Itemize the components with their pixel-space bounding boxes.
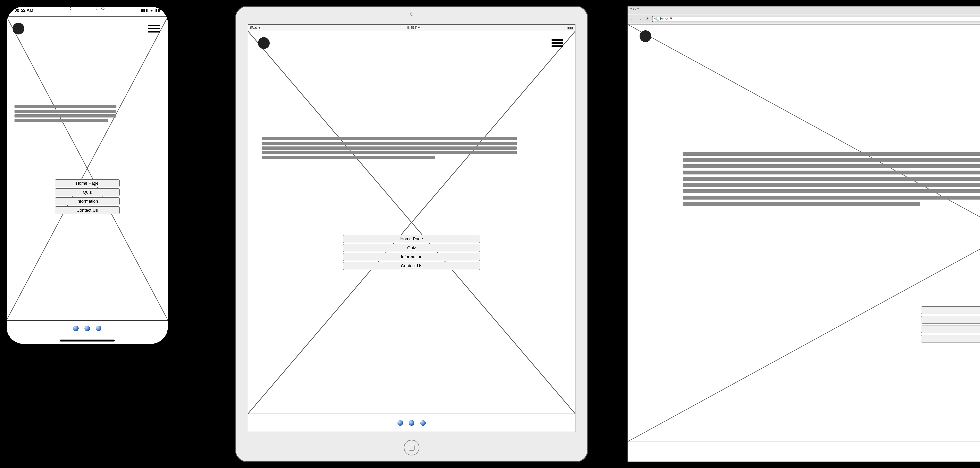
tablet-time: 5:49 PM: [407, 25, 420, 30]
svg-line-4: [628, 24, 980, 441]
hero-text-placeholder: [14, 105, 116, 122]
phone-time: 09:52 AM: [14, 8, 33, 13]
contact-us-button[interactable]: Contact Us: [343, 262, 480, 270]
back-button[interactable]: ←: [630, 16, 635, 22]
hamburger-icon: [148, 25, 160, 26]
globe-icon[interactable]: [398, 420, 403, 426]
main-buttons: Home Page Quiz Information Contact Us: [55, 179, 119, 214]
url-bar[interactable]: 🔍 https://: [652, 16, 980, 22]
quiz-button[interactable]: Quiz: [921, 316, 980, 324]
home-indicator[interactable]: [60, 339, 115, 341]
home-page-button[interactable]: Home Page: [55, 179, 119, 187]
phone-notch: [70, 7, 105, 10]
globe-icon[interactable]: [409, 420, 414, 426]
information-button[interactable]: Information: [921, 325, 980, 333]
svg-line-5: [628, 24, 980, 441]
camera-icon: [410, 13, 413, 16]
tablet-status-bar: iPad ● 5:49 PM ▮▮▮: [248, 25, 575, 31]
phone-status-icons: ▮▮▮ ● ▮▮: [140, 8, 160, 13]
menu-button[interactable]: [148, 25, 160, 33]
camera-icon: [101, 7, 105, 10]
url-text: https://: [660, 17, 672, 21]
tablet-device-frame: iPad ● 5:49 PM ▮▮▮: [235, 6, 588, 462]
search-icon: 🔍: [654, 17, 659, 21]
hero-text-placeholder: [682, 152, 980, 206]
wifi-icon: ●: [258, 25, 261, 30]
main-buttons: Home Page Quiz Information Contact Us: [921, 306, 980, 343]
home-page-button[interactable]: Home Page: [343, 235, 480, 243]
phone-device-frame: 09:52 AM ▮▮▮ ● ▮▮: [6, 6, 169, 345]
footer: [248, 414, 575, 432]
home-button[interactable]: [404, 440, 420, 455]
logo-icon: [258, 37, 270, 49]
information-button[interactable]: Information: [343, 253, 480, 261]
forward-button[interactable]: →: [637, 16, 643, 22]
footer: [7, 320, 168, 336]
globe-icon[interactable]: [73, 326, 79, 331]
quiz-button[interactable]: Quiz: [55, 188, 119, 196]
logo-icon: [640, 30, 651, 42]
main-buttons: Home Page Quiz Information Contact Us: [343, 235, 480, 270]
logo-icon: [13, 23, 24, 35]
wifi-icon: ●: [150, 8, 153, 13]
quiz-button[interactable]: Quiz: [343, 244, 480, 252]
footer: [628, 442, 980, 462]
speaker-icon: [70, 7, 97, 10]
globe-icon[interactable]: [84, 326, 90, 331]
reload-button[interactable]: ⟳: [644, 16, 650, 22]
information-button[interactable]: Information: [55, 197, 119, 205]
menu-button[interactable]: [552, 39, 563, 47]
hero-image-placeholder: Home Page Quiz Information Contact Us: [248, 31, 575, 414]
globe-icon[interactable]: [96, 326, 101, 331]
hero-image-placeholder: Home Page Quiz Information Contact Us: [7, 16, 168, 320]
browser-window: A Web Page ← → ⟳ 🔍 https:// Home| Quiz| …: [627, 6, 980, 462]
battery-icon: ▮▮▮: [567, 25, 573, 30]
hero-text-placeholder: [262, 137, 517, 159]
browser-toolbar: ← → ⟳ 🔍 https://: [628, 14, 980, 24]
battery-icon: ▮▮: [155, 8, 160, 13]
globe-icon[interactable]: [420, 420, 426, 426]
browser-title-bar: A Web Page: [628, 6, 980, 14]
window-controls[interactable]: [630, 8, 639, 10]
hero-image-placeholder: Home| Quiz| Information| Contact: [628, 24, 980, 442]
contact-us-button[interactable]: Contact Us: [921, 335, 980, 343]
contact-us-button[interactable]: Contact Us: [55, 206, 119, 214]
signal-icon: ▮▮▮: [141, 8, 148, 13]
hamburger-icon: [552, 39, 563, 41]
home-page-button[interactable]: Home Page: [921, 306, 980, 314]
device-label: iPad: [250, 25, 257, 30]
